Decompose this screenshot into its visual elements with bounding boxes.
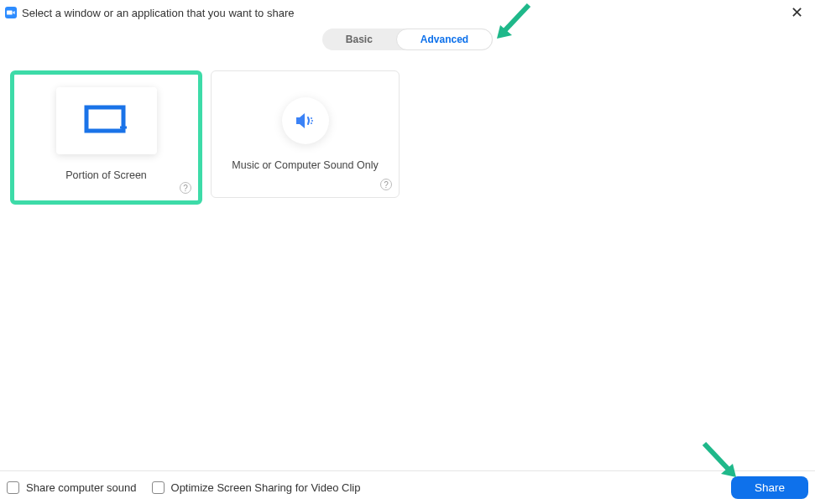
- checkbox-label: Optimize Screen Sharing for Video Clip: [171, 481, 361, 494]
- footer-options: Share computer sound Optimize Screen Sha…: [7, 481, 360, 494]
- option-music-sound-only[interactable]: Music or Computer Sound Only ?: [211, 70, 400, 198]
- tabs-container: Basic Advanced: [0, 29, 815, 50]
- tab-basic[interactable]: Basic: [322, 29, 396, 50]
- header-left: Select a window or an application that y…: [5, 7, 294, 19]
- dialog-header: Select a window or an application that y…: [0, 0, 815, 23]
- dialog-footer: Share computer sound Optimize Screen Sha…: [0, 470, 815, 504]
- option-portion-of-screen[interactable]: Portion of Screen ?: [10, 70, 202, 205]
- svg-point-3: [311, 117, 312, 119]
- speaker-icon: [294, 111, 317, 131]
- portion-icon-wrap: [56, 87, 157, 154]
- share-button[interactable]: Share: [731, 476, 808, 499]
- help-icon[interactable]: ?: [380, 179, 392, 190]
- svg-point-5: [311, 122, 312, 124]
- sound-icon-wrap: [282, 97, 329, 144]
- checkbox-share-sound[interactable]: Share computer sound: [7, 481, 137, 494]
- checkbox-optimize-video[interactable]: Optimize Screen Sharing for Video Clip: [152, 481, 361, 494]
- svg-rect-0: [86, 107, 123, 131]
- share-options-grid: Portion of Screen ? Music or Computer So…: [0, 50, 815, 205]
- tab-group: Basic Advanced: [322, 29, 493, 50]
- dialog-title: Select a window or an application that y…: [22, 7, 294, 19]
- zoom-app-icon: [5, 7, 17, 18]
- option-label: Music or Computer Sound Only: [232, 159, 378, 171]
- svg-point-4: [311, 120, 313, 122]
- checkbox-box: [7, 481, 19, 494]
- checkbox-label: Share computer sound: [26, 481, 137, 494]
- tab-advanced[interactable]: Advanced: [396, 29, 493, 50]
- help-icon[interactable]: ?: [180, 182, 191, 194]
- option-label: Portion of Screen: [65, 169, 147, 181]
- close-button[interactable]: ✕: [787, 5, 807, 20]
- portion-screen-icon: [83, 104, 130, 138]
- checkbox-box: [152, 481, 165, 494]
